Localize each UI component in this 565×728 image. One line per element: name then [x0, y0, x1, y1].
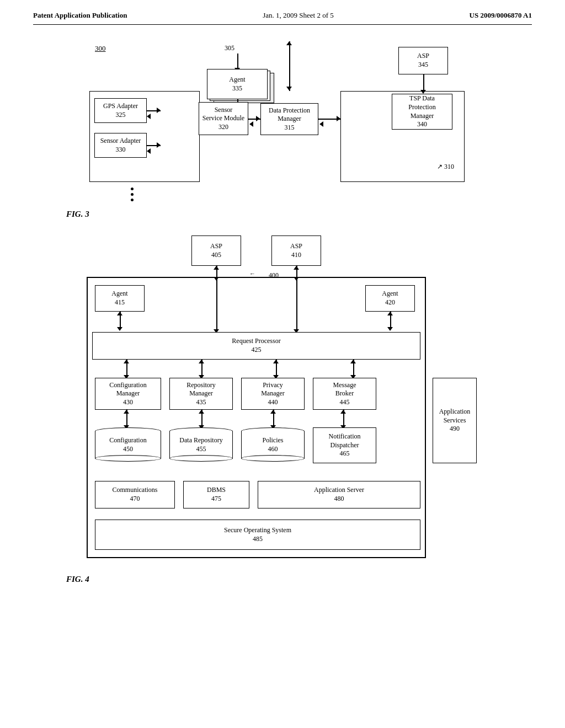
asp405-box: ASP405	[191, 235, 241, 266]
app-server-label: Application Server480	[314, 486, 364, 503]
arrowhead-rm-dr-up	[199, 410, 204, 414]
sensor-service-box: SensorService Module320	[199, 102, 248, 135]
policies-cylinder: Policies460	[241, 427, 305, 462]
arrowhead-top	[286, 41, 292, 45]
privacy-manager-label: PrivacyManager440	[261, 381, 285, 407]
arrowhead-sensor-right	[256, 116, 260, 121]
arrowhead-dp-up	[286, 87, 292, 90]
arrowhead-agent415	[117, 327, 122, 331]
gps-adapter-label: GPS Adapter325	[103, 102, 138, 119]
repo-manager-label: RepositoryManager435	[186, 381, 216, 407]
data-protection-label: Data ProtectionManager315	[269, 106, 310, 132]
sensor-service-label: SensorService Module320	[202, 106, 244, 132]
arrowhead-mb-nd-up	[340, 410, 346, 414]
arrowhead-sensadapter	[157, 142, 161, 148]
sensor-adapter-box: Sensor Adapter330	[94, 133, 147, 158]
arrowhead-dp-right	[337, 116, 340, 121]
request-processor-box: Request Processor425	[92, 332, 420, 360]
asp405-label: ASP405	[210, 242, 222, 259]
config-cyl-label: Configuration450	[109, 436, 146, 453]
config-manager-label: ConfigurationManager430	[109, 381, 146, 407]
header-right: US 2009/0006870 A1	[470, 11, 532, 20]
agent415-label: Agent415	[111, 290, 127, 307]
fig4-label: FIG. 4	[66, 575, 532, 584]
policies-cyl-bottom	[241, 455, 305, 462]
header-left: Patent Application Publication	[33, 11, 127, 20]
arrowhead-rp-privacy-up	[273, 360, 279, 363]
arrow-400: ←	[249, 270, 255, 277]
data-repo-cyl-bottom	[169, 455, 233, 462]
page: Patent Application Publication Jan. 1, 2…	[0, 0, 565, 728]
agent-label: Agent335	[229, 76, 245, 93]
arrow-asp410-rp	[296, 277, 297, 330]
asp345-box: ASP345	[398, 47, 448, 74]
arrowhead-agent420	[387, 327, 393, 331]
fig3-label: FIG. 3	[66, 210, 532, 219]
arrowhead-asp410-up	[294, 266, 299, 270]
agent420-box: Agent420	[365, 285, 415, 312]
header-center: Jan. 1, 2009 Sheet 2 of 5	[263, 11, 334, 20]
request-processor-label: Request Processor425	[232, 337, 280, 354]
asp345-label: ASP345	[417, 52, 429, 69]
policies-cyl-label: Policies460	[263, 436, 284, 453]
asp410-box: ASP410	[271, 235, 321, 266]
arrowhead-agent415-up	[117, 312, 122, 315]
agent420-label: Agent420	[382, 290, 398, 307]
agent-box: Agent335	[207, 69, 268, 99]
secure-os-label: Secure Operating System485	[224, 526, 291, 543]
arrow-305-down	[237, 53, 238, 69]
arrow-asp-down	[423, 74, 424, 91]
app-server-box: Application Server480	[258, 481, 420, 508]
arrow-asp405-rp	[216, 277, 217, 330]
dot3	[131, 199, 134, 201]
arrowhead-sensor-left	[249, 121, 253, 127]
config-cyl-bottom	[95, 455, 161, 462]
message-broker-label: MessageBroker445	[333, 381, 356, 407]
dot2	[131, 193, 134, 196]
app-services-box: ApplicationServices490	[433, 378, 477, 463]
app-services-label: ApplicationServices490	[439, 408, 471, 433]
fig4-container: 400 ← ASP405 ASP410 Agent415 Agent420	[33, 230, 532, 584]
notif-dispatcher-box: NotificationDispatcher465	[313, 427, 376, 463]
arrowhead-cm-cs-up	[124, 410, 129, 414]
data-repo-cylinder: Data Repository455	[169, 427, 233, 462]
privacy-manager-box: PrivacyManager440	[241, 378, 305, 410]
gps-adapter-box: GPS Adapter325	[94, 98, 147, 123]
data-repo-cyl-label: Data Repository455	[179, 436, 222, 453]
arrowhead-agent420-up	[387, 312, 393, 315]
dots	[131, 188, 134, 201]
dot1	[131, 188, 134, 190]
header: Patent Application Publication Jan. 1, 2…	[33, 11, 532, 25]
agent415-box: Agent415	[95, 285, 145, 312]
communications-label: Communications470	[113, 486, 158, 503]
data-protection-box: Data ProtectionManager315	[260, 103, 318, 135]
vline-top	[289, 41, 290, 91]
config-manager-box: ConfigurationManager430	[95, 378, 161, 410]
arrowhead-rp-config-up	[124, 360, 129, 363]
arrowhead-pm-pol-up	[270, 410, 276, 414]
main-outer-box	[87, 277, 426, 558]
dbms-label: DBMS475	[207, 486, 226, 503]
secure-os-box: Secure Operating System485	[95, 520, 420, 550]
arrowhead-gps	[157, 108, 161, 113]
repo-manager-box: RepositoryManager435	[169, 378, 233, 410]
arrowhead-asp405-up	[214, 266, 219, 270]
arrowhead-sensadapter-left	[147, 148, 151, 154]
sensor-adapter-label: Sensor Adapter330	[100, 137, 141, 154]
arrowhead-rp-broker-up	[350, 360, 356, 363]
fig3-number-310: ↗ 310	[437, 163, 454, 171]
outer-box-300: GPS Adapter325 Sensor Adapter330	[89, 91, 200, 182]
arrowhead-rp-repo-up	[199, 360, 204, 363]
arrowhead-dp-left	[319, 121, 323, 127]
arrowhead-gps-left	[147, 114, 151, 119]
fig3-container: 300 305 Agent335 GPS Adapter325	[33, 41, 532, 219]
notif-dispatcher-label: NotificationDispatcher465	[329, 432, 361, 458]
dbms-box: DBMS475	[183, 481, 249, 508]
message-broker-box: MessageBroker445	[313, 378, 376, 410]
config-cylinder: Configuration450	[95, 427, 161, 462]
fig3-number-305: 305	[225, 44, 234, 52]
fig3-number-300: 300	[95, 44, 106, 53]
communications-box: Communications470	[95, 481, 175, 508]
asp410-label: ASP410	[290, 242, 302, 259]
